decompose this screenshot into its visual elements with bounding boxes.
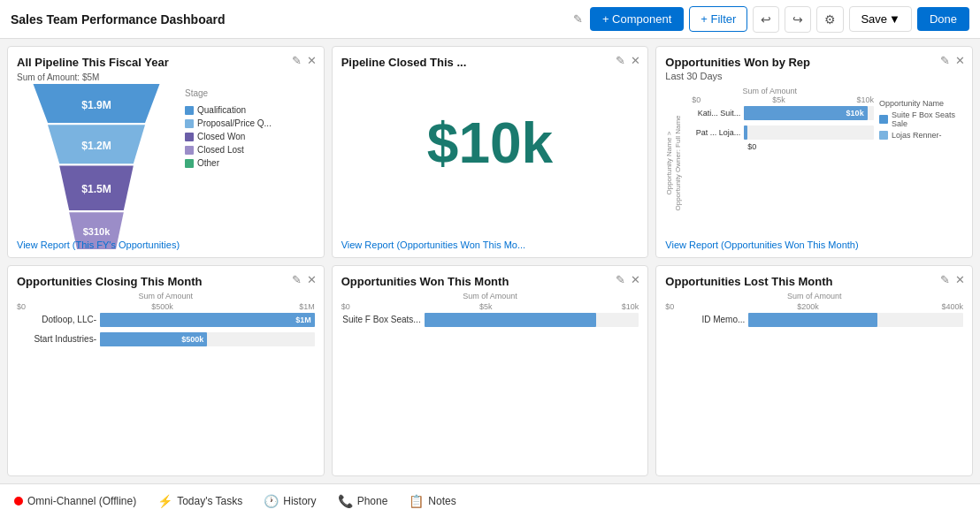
pipeline-closed-edit-icon[interactable]: ✎ — [616, 54, 625, 67]
won-row-2: Pat ... Loja... $0 — [692, 125, 874, 140]
pipeline-closed-controls: ✎ ✕ — [616, 54, 640, 67]
closing-month-chart: Sum of Amount $0 $500k $1M Dotloop, LLC-… — [17, 292, 315, 346]
won-bar-fill-2 — [744, 125, 747, 140]
closing-month-close-icon[interactable]: ✕ — [307, 273, 317, 286]
won-chart-body: Opportunity Name >Opportunity Owner: Ful… — [665, 95, 874, 231]
phone-icon: 📞 — [338, 494, 353, 508]
done-button[interactable]: Done — [917, 7, 969, 31]
won-month-close-icon[interactable]: ✕ — [631, 273, 640, 286]
settings-button[interactable]: ⚙ — [816, 6, 844, 33]
dashboard-grid: All Pipeline This Fiscal Year ✎ ✕ Sum of… — [0, 39, 980, 483]
pipeline-closed-title: Pipeline Closed This ... — [341, 56, 639, 69]
tasks-item[interactable]: ⚡ Today's Tasks — [157, 494, 242, 508]
won-month-axis-title: Sum of Amount — [341, 292, 639, 300]
notes-label: Notes — [428, 495, 456, 507]
won-month-fill-1 — [425, 313, 596, 327]
won-bar-fill-1: $10k — [744, 106, 867, 120]
closing-x-labels: $0 $500k $1M — [17, 302, 315, 311]
notes-icon: 📋 — [409, 494, 424, 508]
lost-month-fill-1 — [748, 313, 877, 327]
won-by-rep-close-icon[interactable]: ✕ — [955, 54, 965, 67]
closing-label-1: Dotloop, LLC- — [17, 315, 96, 324]
svg-text:$1.9M: $1.9M — [81, 99, 111, 111]
won-month-track-1 — [425, 313, 639, 327]
phone-item[interactable]: 📞 Phone — [338, 494, 388, 508]
history-item[interactable]: 🕐 History — [264, 494, 316, 508]
legend-dot-closed-lost — [185, 146, 194, 155]
add-component-button[interactable]: + Component — [590, 7, 684, 31]
won-month-edit-icon[interactable]: ✎ — [616, 273, 625, 286]
omni-channel-label: Omni-Channel (Offline) — [27, 495, 136, 507]
pipeline-closed-close-icon[interactable]: ✕ — [631, 54, 640, 67]
won-x-labels: $0 $5k $10k — [692, 95, 874, 104]
closing-row-2: Start Industries- $500k — [17, 332, 315, 346]
won-by-rep-card: Opportunities Won by Rep Last 30 Days ✎ … — [655, 46, 973, 258]
legend-dot-proposal — [185, 119, 194, 128]
omni-channel-item[interactable]: Omni-Channel (Offline) — [14, 495, 136, 507]
tasks-label: Today's Tasks — [177, 495, 242, 507]
lost-month-title: Opportunities Lost This Month — [665, 275, 963, 288]
legend-item-qualification: Qualification — [185, 105, 315, 115]
legend-dot-closed-won — [185, 133, 194, 141]
lost-month-label-1: ID Memo... — [665, 315, 745, 324]
won-legend-item-lojas: Lojas Renner- — [879, 131, 963, 140]
won-legend: Opportunity Name Suite F Box Seats Sale … — [879, 87, 963, 231]
won-month-chart: Sum of Amount $0 $5k $10k Suite F Box Se… — [341, 292, 639, 327]
closing-row-1: Dotloop, LLC- $1M — [17, 313, 315, 327]
history-icon: 🕐 — [264, 494, 279, 508]
won-bars-area: $0 $5k $10k Kati... Suit... $10k — [692, 95, 874, 231]
won-bar-track-1: $10k — [744, 106, 874, 120]
won-legend-dot-suite — [879, 115, 888, 124]
closing-month-title: Opportunities Closing This Month — [17, 275, 315, 288]
closing-axis-title: Sum of Amount — [17, 292, 315, 300]
won-by-rep-controls: ✎ ✕ — [940, 54, 965, 67]
funnel-chart: $1.9M $1.2M $1.5M $310k — [17, 84, 176, 258]
pipeline-edit-icon[interactable]: ✎ — [292, 54, 302, 67]
won-by-rep-edit-icon[interactable]: ✎ — [940, 54, 950, 67]
undo-button[interactable]: ↩ — [753, 6, 779, 33]
omni-channel-status-dot — [14, 497, 23, 506]
svg-text:$1.5M: $1.5M — [81, 183, 111, 195]
closing-fill-1: $1M — [100, 313, 315, 327]
pipeline-close-icon[interactable]: ✕ — [307, 54, 317, 67]
funnel-amount-label: Sum of Amount: $5M — [17, 72, 176, 82]
closing-label-2: Start Industries- — [17, 334, 96, 344]
pipeline-card: All Pipeline This Fiscal Year ✎ ✕ Sum of… — [7, 46, 325, 258]
notes-item[interactable]: 📋 Notes — [409, 494, 456, 508]
funnel-legend: Stage Qualification Proposal/Price Q... … — [185, 88, 315, 168]
phone-label: Phone — [357, 495, 388, 507]
won-by-rep-subtitle: Last 30 Days — [665, 71, 963, 81]
bottom-bar: Omni-Channel (Offline) ⚡ Today's Tasks 🕐… — [0, 483, 980, 517]
svg-text:$310k: $310k — [83, 226, 111, 237]
pipeline-view-report[interactable]: View Report (This FY's Opportunities) — [17, 239, 180, 250]
funnel-area: Sum of Amount: $5M $1.9M $1.2M $1.5M $31… — [17, 72, 315, 258]
won-chart-wrapper: Sum of Amount Opportunity Name >Opportun… — [665, 87, 874, 231]
won-y-axis-label: Opportunity Name >Opportunity Owner: Ful… — [665, 95, 692, 231]
pipeline-card-title: All Pipeline This Fiscal Year — [17, 56, 315, 69]
closing-month-edit-icon[interactable]: ✎ — [292, 273, 302, 286]
add-filter-button[interactable]: + Filter — [689, 6, 747, 32]
legend-stage-label: Stage — [185, 88, 315, 98]
redo-button[interactable]: ↪ — [785, 6, 811, 33]
closing-month-card: Opportunities Closing This Month ✎ ✕ Sum… — [7, 265, 325, 477]
won-month-card: Opportunities Won This Month ✎ ✕ Sum of … — [332, 265, 649, 477]
won-axis-title: Sum of Amount — [665, 87, 874, 95]
closing-track-2: $500k — [100, 332, 315, 346]
won-month-row-1: Suite F Box Seats... — [341, 313, 639, 327]
edit-title-icon[interactable]: ✎ — [573, 12, 583, 26]
history-label: History — [283, 495, 316, 507]
lost-month-controls: ✎ ✕ — [940, 273, 965, 286]
tasks-icon: ⚡ — [157, 494, 172, 508]
lost-month-edit-icon[interactable]: ✎ — [940, 273, 950, 286]
pipeline-closed-view-report[interactable]: View Report (Opportunities Won This Mo..… — [341, 239, 525, 250]
won-bar-track-2: $0 — [744, 125, 874, 140]
won-by-rep-chart-area: Sum of Amount Opportunity Name >Opportun… — [665, 87, 963, 231]
header-actions: + Component + Filter ↩ ↪ ⚙ Save ▼ Done — [590, 6, 969, 33]
won-by-rep-view-report[interactable]: View Report (Opportunities Won This Mont… — [665, 239, 858, 250]
lost-month-close-icon[interactable]: ✕ — [955, 273, 965, 286]
won-month-label-1: Suite F Box Seats... — [341, 315, 421, 324]
closing-month-controls: ✎ ✕ — [292, 273, 317, 286]
pipeline-closed-card: Pipeline Closed This ... ✎ ✕ $10k View R… — [332, 46, 649, 258]
save-button[interactable]: Save ▼ — [849, 6, 912, 32]
lost-month-x-labels: $0 $200k $400k — [665, 302, 963, 311]
